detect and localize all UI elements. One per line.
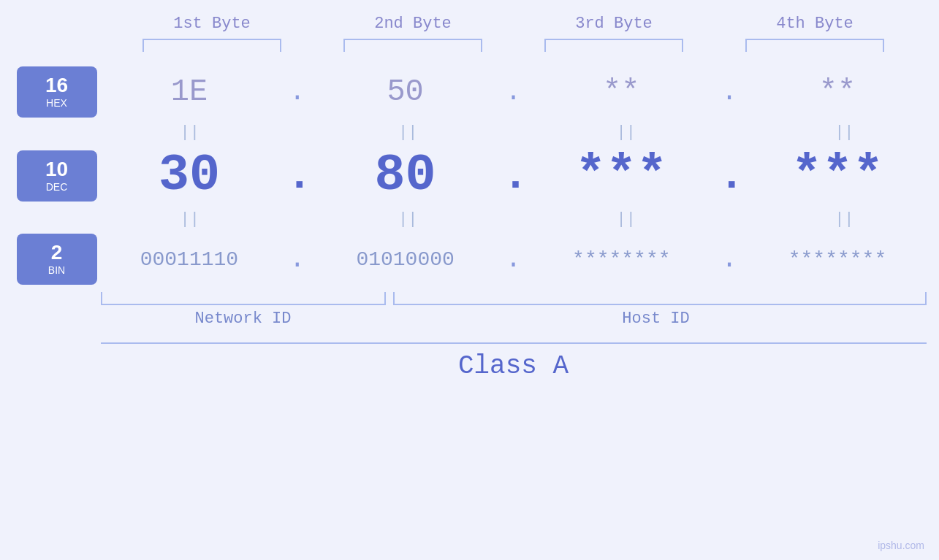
equals-3: || (553, 123, 699, 142)
bracket-1 (142, 39, 281, 52)
bottom-labels: Network ID Host ID (101, 310, 927, 328)
equals-7: || (553, 210, 699, 229)
bin-label: 2 BIN (17, 234, 97, 285)
class-line (101, 342, 927, 344)
bin-byte-3: ******** (548, 248, 694, 271)
byte-headers: 1st Byte 2nd Byte 3rd Byte 4th Byte (112, 15, 916, 33)
dec-byte-3: *** (548, 147, 694, 204)
hex-label: 16 HEX (17, 66, 97, 118)
bin-sep-1: . (286, 245, 308, 275)
bin-base: BIN (48, 264, 65, 276)
dec-byte-1: 30 (116, 147, 262, 204)
dec-sep-1: . (286, 151, 308, 201)
equals-row-1: || || || || (104, 118, 930, 147)
byte-header-3: 3rd Byte (533, 15, 694, 33)
host-id-label: Host ID (386, 310, 927, 328)
dec-label: 10 DEC (17, 150, 97, 202)
equals-8: || (771, 210, 917, 229)
dec-values: 30 . 80 . *** . *** (104, 147, 923, 204)
class-label: Class A (101, 351, 927, 381)
class-section: Class A (101, 342, 927, 381)
bracket-3 (544, 39, 683, 52)
equals-2: || (335, 123, 481, 142)
content-area: 16 HEX 1E . 50 . ** . ** || || || || (17, 66, 923, 285)
byte-header-4: 4th Byte (734, 15, 895, 33)
top-brackets (112, 39, 916, 52)
dec-sep-2: . (502, 151, 524, 201)
bin-byte-1: 00011110 (116, 248, 262, 271)
hex-byte-2: 50 (332, 74, 479, 110)
bottom-section: Network ID Host ID (101, 292, 927, 328)
bin-byte-4: ******** (764, 248, 911, 271)
byte-header-1: 1st Byte (132, 15, 292, 33)
hex-row: 16 HEX 1E . 50 . ** . ** (17, 66, 923, 118)
bottom-brackets (101, 292, 927, 305)
dec-byte-4: *** (764, 147, 911, 204)
dec-number: 10 (45, 159, 68, 180)
bin-number: 2 (51, 242, 63, 263)
byte-header-2: 2nd Byte (332, 15, 493, 33)
bracket-4 (745, 39, 884, 52)
bin-row: 2 BIN 00011110 . 01010000 . ******** . *… (17, 234, 923, 285)
bin-byte-2: 01010000 (332, 248, 479, 271)
equals-1: || (117, 123, 263, 142)
dec-byte-2: 80 (332, 147, 479, 204)
bracket-2 (343, 39, 482, 52)
hex-byte-4: ** (764, 74, 911, 110)
host-bracket (393, 292, 927, 305)
bin-values: 00011110 . 01010000 . ******** . *******… (104, 245, 923, 275)
bin-sep-3: . (718, 245, 740, 275)
hex-byte-1: 1E (116, 74, 262, 110)
equals-5: || (117, 210, 263, 229)
hex-sep-1: . (286, 77, 308, 107)
hex-sep-2: . (502, 77, 524, 107)
equals-6: || (335, 210, 481, 229)
hex-number: 16 (45, 75, 68, 96)
hex-byte-3: ** (548, 74, 694, 110)
dec-sep-3: . (718, 151, 740, 201)
network-id-label: Network ID (101, 310, 386, 328)
hex-values: 1E . 50 . ** . ** (104, 74, 923, 110)
hex-sep-3: . (718, 77, 740, 107)
equals-4: || (771, 123, 917, 142)
main-container: 1st Byte 2nd Byte 3rd Byte 4th Byte 16 H… (0, 0, 939, 560)
dec-row: 10 DEC 30 . 80 . *** . *** (17, 147, 923, 204)
bin-sep-2: . (502, 245, 524, 275)
equals-row-2: || || || || (104, 204, 930, 234)
network-bracket (101, 292, 386, 305)
dec-base: DEC (46, 181, 68, 193)
watermark: ipshu.com (878, 540, 924, 551)
hex-base: HEX (46, 97, 67, 109)
